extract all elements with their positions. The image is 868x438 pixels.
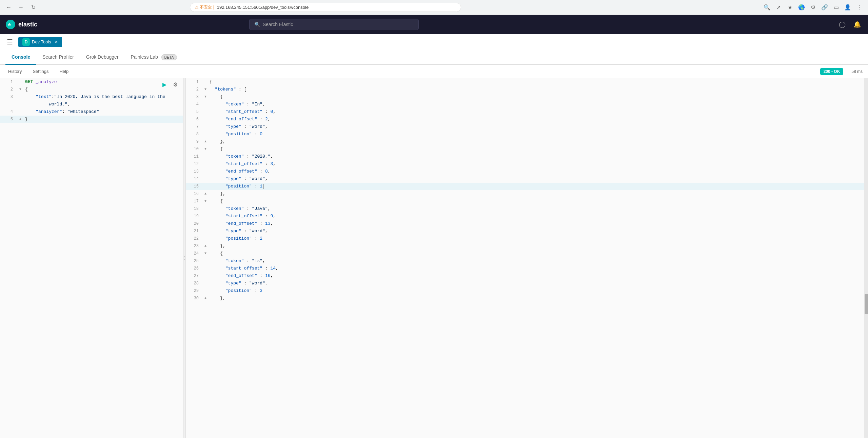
tab-console[interactable]: Console [5,50,36,65]
dev-tools-initial: D [22,38,30,46]
resp-line-28: 28 "type" : "word", [186,280,864,287]
resp-line-5: 5 "start_offset" : 0, [186,108,864,116]
editor-line-5: 5 ▲ } [0,116,183,123]
wrench-button[interactable]: ⚙ [171,80,180,89]
history-button[interactable]: History [5,67,24,75]
browser-search-button[interactable]: 🔍 [762,3,772,12]
toolbar: History Settings Help 200 - OK 58 ms [0,65,868,78]
refresh-button[interactable]: ↻ [28,3,38,12]
resp-line-11: 11 "token" : "2020,", [186,153,864,160]
browser-actions: 🔍 ➚ ★ 🌎 ⚙ 🔗 ▭ 👤 ⋮ [762,3,864,12]
header-search-bar[interactable]: 🔍 Search Elastic [249,19,419,30]
editor-panel: ▶ ⚙ 1 GET _analyze 2 ▼ { 3 "text":"In 20… [0,78,183,438]
resp-line-16: 16 ▲ }, [186,190,864,198]
main-content: ▶ ⚙ 1 GET _analyze 2 ▼ { 3 "text":"In 20… [0,78,868,438]
close-icon: ✕ [55,40,58,44]
resize-handle[interactable] [183,78,186,438]
browser-menu-button[interactable]: ⋮ [854,3,864,12]
editor-content[interactable]: 1 GET _analyze 2 ▼ { 3 "text":"In 2020, … [0,78,183,438]
tab-painless-lab[interactable]: Painless Lab BETA [125,50,183,65]
resp-line-30: 30 ▲ }, [186,295,864,302]
search-icon: 🔍 [254,22,260,27]
resp-line-29: 29 "position" : 3 [186,287,864,295]
url-text: 192.168.245.151:5601/app/dev_tools#/cons… [217,5,309,10]
elastic-logo-icon: e [5,19,16,29]
response-panel: 1 { 2 ▼ "tokens" : [ 3 ▼ { 4 "token" : "… [186,78,864,438]
resp-line-19: 19 "start_offset" : 9, [186,213,864,220]
resp-line-6: 6 "end_offset" : 2, [186,116,864,123]
line-content: world.", [24,101,183,108]
elastic-logo-text: elastic [18,21,37,28]
resp-line-9: 9 ▲ }, [186,138,864,145]
line-gutter: ▲ [17,116,24,123]
editor-line-3b: world.", [0,101,183,108]
help-button[interactable]: Help [57,67,71,75]
tab-grok-debugger[interactable]: Grok Debugger [80,50,125,65]
resp-line-24: 24 ▼ { [186,250,864,257]
editor-actions: ▶ ⚙ [160,80,180,89]
resp-line-4: 4 "token" : "In", [186,101,864,108]
help-icon-button[interactable]: ◯ [837,19,848,30]
editor-line-3: 3 "text":"In 2020, Java is the best lang… [0,93,183,101]
resp-line-13: 13 "end_offset" : 8, [186,168,864,175]
beta-badge: BETA [161,54,177,60]
resp-line-12: 12 "start_offset" : 3, [186,160,864,168]
resp-line-22: 22 "position" : 2 [186,235,864,242]
resp-line-20: 20 "end_offset" : 13, [186,220,864,227]
line-number: 3 [0,93,17,101]
browser-profile-button[interactable]: 👤 [843,3,852,12]
resp-line-1: 1 { [186,78,864,86]
line-number: 2 [0,86,17,93]
right-scrollbar[interactable] [864,78,868,438]
resp-line-18: 18 "token" : "Java", [186,205,864,213]
settings-button[interactable]: Settings [30,67,51,75]
line-content: } [24,116,183,123]
line-content: { [24,86,183,93]
browser-share-button[interactable]: ➚ [774,3,783,12]
tab-bar: Console Search Profiler Grok Debugger Pa… [0,50,868,65]
forward-button[interactable]: → [16,3,26,12]
line-content: GET _analyze [24,78,183,86]
resp-line-2: 2 ▼ "tokens" : [ [186,86,864,93]
line-gutter: ▼ [17,86,24,93]
browser-extension2-button[interactable]: ⚙ [808,3,818,12]
line-content: "text":"In 2020, Java is the best langua… [24,93,183,101]
browser-window-button[interactable]: ▭ [831,3,841,12]
resp-line-10: 10 ▼ { [186,145,864,153]
editor-line-2: 2 ▼ { [0,86,183,93]
line-content: "analyzer": "whitespace" [24,108,183,116]
line-number: 4 [0,108,17,116]
back-button[interactable]: ← [4,3,14,12]
editor-line-1: 1 GET _analyze [0,78,183,86]
header-right: ◯ 🔔 [837,19,863,30]
sub-header: ☰ D Dev Tools ✕ [0,34,868,50]
line-number: 1 [0,78,17,86]
tab-search-profiler[interactable]: Search Profiler [36,50,80,65]
app-header: e elastic 🔍 Search Elastic ◯ 🔔 [0,15,868,34]
browser-chrome: ← → ↻ ⚠ 不安全 | 192.168.245.151:5601/app/d… [0,0,868,15]
search-bar-container: 🔍 Search Elastic [249,19,419,30]
response-content[interactable]: 1 { 2 ▼ "tokens" : [ 3 ▼ { 4 "token" : "… [186,78,864,438]
resp-line-25: 25 "token" : "is", [186,257,864,265]
resp-line-26: 26 "start_offset" : 14, [186,265,864,272]
security-warning: ⚠ 不安全 | [195,4,214,10]
dev-tools-tab[interactable]: D Dev Tools ✕ [18,37,62,47]
hamburger-menu-button[interactable]: ☰ [5,37,14,47]
browser-extension1-button[interactable]: 🌎 [797,3,806,12]
resp-line-3: 3 ▼ { [186,93,864,101]
dev-tools-label: Dev Tools [32,39,51,44]
editor-line-4: 4 "analyzer": "whitespace" [0,108,183,116]
resp-line-17: 17 ▼ { [186,198,864,205]
browser-extension3-button[interactable]: 🔗 [820,3,829,12]
notification-icon-button[interactable]: 🔔 [852,19,863,30]
resp-line-7: 7 "type" : "word", [186,123,864,131]
line-number: 5 [0,116,17,123]
resp-line-23: 23 ▲ }, [186,242,864,250]
run-button[interactable]: ▶ [160,80,169,89]
browser-bookmark-button[interactable]: ★ [785,3,795,12]
svg-text:e: e [8,22,11,27]
address-bar: ⚠ 不安全 | 192.168.245.151:5601/app/dev_too… [190,3,461,12]
search-placeholder-text: Search Elastic [263,22,293,27]
time-badge: 58 ms [851,69,863,74]
resp-line-15: 15 "position" : 1 [186,183,864,190]
